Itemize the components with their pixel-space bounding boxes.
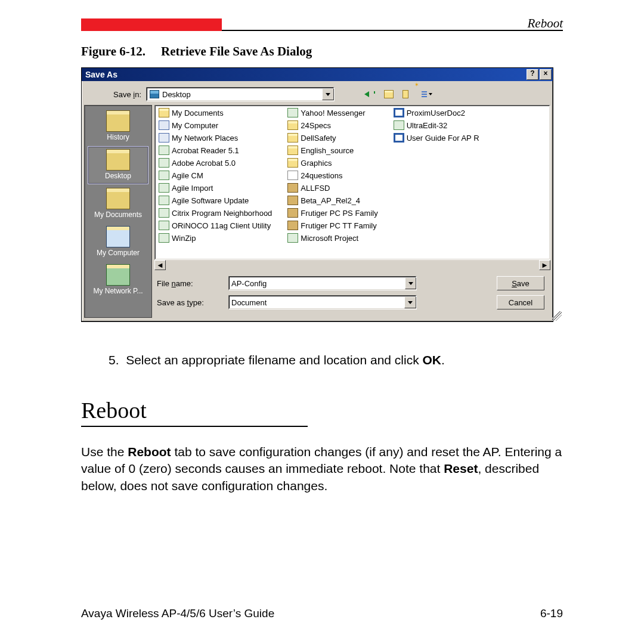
app-icon xyxy=(287,233,298,243)
places-my-computer[interactable]: My Computer xyxy=(88,224,148,261)
file-item[interactable]: Adobe Acrobat 5.0 xyxy=(159,158,272,168)
save-in-label: Save in: xyxy=(88,90,146,99)
save-in-dropdown[interactable]: Desktop xyxy=(146,87,335,101)
dropdown-arrow-icon[interactable] xyxy=(322,88,334,100)
file-item-label: Agile CM xyxy=(172,171,203,180)
file-item[interactable]: English_source xyxy=(287,145,377,155)
places-my-documents[interactable]: My Documents xyxy=(88,185,148,222)
file-item[interactable]: Frutiger PC PS Family xyxy=(287,208,377,218)
save-as-type-label: Save as type: xyxy=(157,298,228,307)
figure-number: Figure 6-12. xyxy=(81,44,145,58)
file-item[interactable]: My Documents xyxy=(159,108,272,117)
file-name-label: File name: xyxy=(157,279,228,288)
places-my-network[interactable]: My Network P... xyxy=(88,262,148,299)
file-item[interactable]: Microsoft Project xyxy=(287,233,377,243)
header-section-label: Reboot xyxy=(528,16,563,31)
folder-icon xyxy=(287,145,298,155)
file-item[interactable]: DellSafety xyxy=(287,133,377,143)
history-icon xyxy=(106,110,130,132)
places-history[interactable]: History xyxy=(88,108,148,145)
dialog-title: Save As xyxy=(85,70,117,79)
file-item-label: Yahoo! Messenger xyxy=(301,109,365,117)
file-item[interactable]: ALLFSD xyxy=(287,183,377,193)
type-dropdown-icon[interactable] xyxy=(404,296,416,308)
file-item[interactable]: Frutiger PC TT Family xyxy=(287,221,377,230)
file-item-label: ORiNOCO 11ag Client Utility xyxy=(172,221,271,230)
save-button[interactable]: Save xyxy=(497,276,544,290)
save-as-type-dropdown[interactable]: Document xyxy=(228,295,417,309)
resize-grip-icon[interactable] xyxy=(552,311,562,321)
file-item-label: Microsoft Project xyxy=(301,234,358,243)
brief-icon xyxy=(287,208,298,218)
desktop-place-icon xyxy=(106,149,130,171)
file-item-label: Acrobat Reader 5.1 xyxy=(172,146,239,155)
file-item-label: WinZip xyxy=(172,234,196,243)
desktop-icon xyxy=(149,89,160,100)
file-item[interactable]: Yahoo! Messenger xyxy=(287,108,377,117)
back-icon[interactable] xyxy=(364,89,375,100)
file-item[interactable]: My Computer xyxy=(159,120,272,130)
help-button[interactable]: ? xyxy=(527,69,538,80)
file-item[interactable]: 24Specs xyxy=(287,120,377,130)
file-item-label: 24questions xyxy=(301,171,342,180)
sys-icon xyxy=(159,133,169,143)
file-item-label: My Network Places xyxy=(172,134,238,143)
file-item-label: UltraEdit-32 xyxy=(407,121,448,130)
save-in-value: Desktop xyxy=(162,90,191,99)
text-icon xyxy=(287,171,298,180)
word-icon xyxy=(394,133,404,143)
word-icon xyxy=(394,108,404,117)
file-item-label: DellSafety xyxy=(301,134,336,143)
section-heading: Reboot xyxy=(81,397,563,423)
file-item[interactable]: Citrix Program Neighborhood xyxy=(159,208,272,218)
file-item[interactable]: Agile CM xyxy=(159,171,272,180)
horizontal-scrollbar[interactable]: ◄ ► xyxy=(154,259,550,270)
file-item[interactable]: My Network Places xyxy=(159,133,272,143)
views-icon[interactable] xyxy=(422,89,432,99)
save-as-type-value: Document xyxy=(231,298,267,307)
new-folder-icon[interactable] xyxy=(402,89,413,100)
scroll-left-button[interactable]: ◄ xyxy=(154,260,166,270)
page-footer: Avaya Wireless AP-4/5/6 User’s Guide 6-1… xyxy=(81,607,563,620)
file-list[interactable]: My DocumentsMy ComputerMy Network Places… xyxy=(154,105,550,260)
brief-icon xyxy=(287,196,298,205)
file-name-dropdown-icon[interactable] xyxy=(405,277,416,289)
places-desktop[interactable]: Desktop xyxy=(88,146,148,184)
file-item[interactable]: UltraEdit-32 xyxy=(394,120,479,130)
file-item-label: Agile Software Update xyxy=(172,196,249,205)
file-item-label: User Guide For AP R xyxy=(407,134,479,143)
file-item[interactable]: 24questions xyxy=(287,171,377,180)
step-number: 5. xyxy=(109,353,119,367)
scroll-right-button[interactable]: ► xyxy=(539,260,550,270)
file-item[interactable]: User Guide For AP R xyxy=(394,133,479,143)
file-item[interactable]: ORiNOCO 11ag Client Utility xyxy=(159,221,272,230)
file-name-field[interactable] xyxy=(228,276,417,290)
file-item[interactable]: Acrobat Reader 5.1 xyxy=(159,145,272,155)
file-item-label: 24Specs xyxy=(301,121,331,130)
file-item[interactable]: Agile Import xyxy=(159,183,272,193)
cancel-button[interactable]: Cancel xyxy=(497,295,544,309)
file-item-label: ProximUserDoc2 xyxy=(407,109,465,117)
file-item[interactable]: WinZip xyxy=(159,233,272,243)
file-item[interactable]: Agile Software Update xyxy=(159,196,272,205)
file-item-label: My Computer xyxy=(172,121,218,130)
up-one-level-icon[interactable] xyxy=(383,89,394,100)
file-item[interactable]: Beta_AP_Rel2_4 xyxy=(287,196,377,205)
file-item[interactable]: Graphics xyxy=(287,158,377,168)
footer-right: 6-19 xyxy=(540,607,563,620)
save-as-dialog: Save As ? × Save in: Desktop xyxy=(81,67,553,322)
footer-left: Avaya Wireless AP-4/5/6 User’s Guide xyxy=(81,607,274,620)
dialog-titlebar[interactable]: Save As ? × xyxy=(82,68,553,81)
app-icon xyxy=(159,183,169,193)
app-icon xyxy=(159,171,169,180)
my-network-icon xyxy=(106,264,130,286)
file-name-input[interactable] xyxy=(231,278,405,289)
figure-title: Retrieve File Save As Dialog xyxy=(161,44,312,58)
file-item-label: Adobe Acrobat 5.0 xyxy=(172,159,236,168)
app-icon xyxy=(159,145,169,155)
file-item-label: Agile Import xyxy=(172,184,213,193)
file-item[interactable]: ProximUserDoc2 xyxy=(394,108,479,117)
folder-icon xyxy=(159,108,169,117)
close-button[interactable]: × xyxy=(540,69,552,80)
section-rule xyxy=(81,426,308,427)
